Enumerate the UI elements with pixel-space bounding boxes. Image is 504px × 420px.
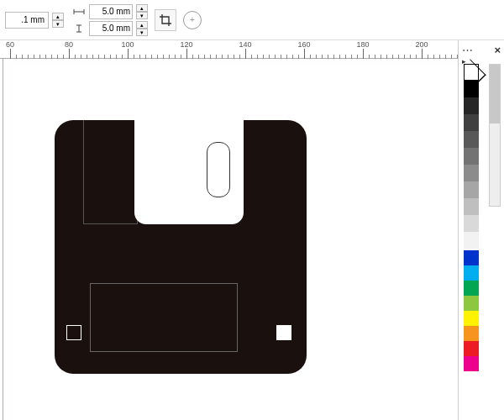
disk-shutter (134, 120, 244, 224)
gray-swatch[interactable] (464, 165, 479, 181)
write-protect-hole-left (66, 325, 81, 340)
color-swatch[interactable] (464, 281, 479, 296)
disk-label (90, 283, 238, 352)
crop-button[interactable] (155, 9, 176, 31)
property-bar: .1 mm ▴ ▾ 5.0 mm ▴▾ 5.0 mm ▴▾ + (0, 0, 504, 40)
color-swatch[interactable] (464, 250, 479, 265)
color-swatch[interactable] (464, 326, 479, 341)
color-swatch[interactable] (464, 341, 479, 356)
object-height-field[interactable]: 5.0 mm (89, 21, 133, 36)
docker-menu-icon[interactable]: ⋯ (462, 44, 474, 56)
color-swatch[interactable] (464, 296, 479, 311)
height-spinner[interactable]: ▴▾ (136, 21, 148, 36)
gray-swatch[interactable] (464, 114, 479, 131)
color-swatch[interactable] (464, 265, 479, 281)
line-width-spinner[interactable]: ▴ ▾ (52, 13, 64, 28)
canvas[interactable] (13, 66, 458, 420)
object-width-field[interactable]: 5.0 mm (89, 4, 133, 19)
palette-scrollbar[interactable] (489, 64, 501, 207)
write-protect-hole-right (276, 325, 291, 340)
color-palette-docker: ⋯ × ▸ (458, 40, 504, 420)
close-icon[interactable]: × (494, 44, 501, 56)
gray-swatch[interactable] (464, 148, 479, 165)
color-swatches (464, 250, 479, 371)
width-spinner[interactable]: ▴▾ (136, 4, 148, 19)
gray-swatch[interactable] (464, 97, 479, 114)
no-fill-swatch[interactable] (464, 64, 479, 81)
plus-icon: + (190, 15, 195, 24)
disk-outline (83, 120, 138, 224)
gray-swatch[interactable] (464, 181, 479, 198)
horizontal-ruler[interactable]: 6080100120140160180200 (0, 40, 458, 59)
gray-swatch[interactable] (464, 232, 479, 249)
gray-swatch[interactable] (464, 215, 479, 232)
object-size-group: 5.0 mm ▴▾ 5.0 mm ▴▾ (71, 4, 148, 36)
gray-swatch[interactable] (464, 131, 479, 148)
workspace: 6080100120140160180200 (0, 40, 458, 420)
height-icon (71, 24, 87, 33)
add-button[interactable]: + (183, 11, 202, 29)
grayscale-swatches (464, 64, 479, 249)
crop-icon (159, 13, 172, 27)
line-width-field[interactable]: .1 mm (5, 12, 49, 29)
vertical-ruler[interactable] (0, 59, 3, 420)
color-swatch[interactable] (464, 311, 479, 326)
spinner-down-icon[interactable]: ▾ (52, 20, 64, 28)
gray-swatch[interactable] (464, 198, 479, 215)
color-swatch[interactable] (464, 356, 479, 371)
width-icon (71, 8, 87, 16)
line-width-control: .1 mm ▴ ▾ (5, 12, 64, 29)
spinner-up-icon[interactable]: ▴ (52, 13, 64, 20)
floppy-disk-shape[interactable] (55, 120, 307, 374)
